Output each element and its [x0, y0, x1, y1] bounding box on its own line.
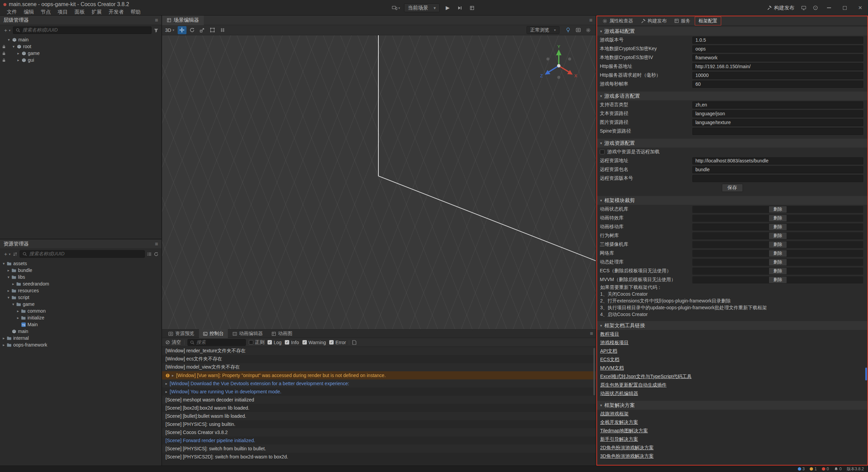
rect-tool-button[interactable]	[208, 26, 217, 34]
expand-caret-icon[interactable]: ▸	[172, 373, 174, 378]
delete-module-button[interactable]: 删除	[769, 215, 787, 222]
filter-checkbox-info[interactable]: ✓Info	[285, 340, 299, 345]
panel-menu-icon[interactable]: ≡	[155, 241, 158, 247]
clear-console-button[interactable]: 清空	[165, 339, 181, 346]
console-search-input[interactable]: 搜索	[188, 339, 246, 346]
section-header[interactable]: ▾框架解决方案	[597, 401, 867, 410]
delete-module-button[interactable]: 删除	[769, 223, 787, 231]
config-input[interactable]	[692, 101, 863, 109]
console-log-row[interactable]: ▸[Window] [Vue warn]: Property "onInput"…	[162, 371, 596, 379]
scene-selector-dropdown[interactable]: 当前场景 ▾	[404, 3, 440, 12]
config-input[interactable]	[692, 128, 863, 135]
asset-node-bundle[interactable]: ▸bundle	[0, 267, 161, 274]
expand-arrow-icon[interactable]: ▸	[16, 309, 20, 313]
tab-console[interactable]: 控制台	[199, 329, 228, 338]
menu-item[interactable]: 扩展	[88, 9, 105, 15]
delete-module-button[interactable]: 删除	[769, 259, 787, 266]
expand-arrow-icon[interactable]: ▾	[11, 44, 16, 49]
console-log-row[interactable]: [Scene] [PHYSICS]: switch from builtin t…	[162, 445, 596, 453]
expand-arrow-icon[interactable]: ▸	[6, 289, 11, 293]
expand-arrow-icon[interactable]: ▸	[16, 51, 21, 56]
delete-module-button[interactable]: 删除	[769, 250, 787, 257]
menu-item[interactable]: 文件	[3, 9, 20, 15]
expand-arrow-icon[interactable]: ▸	[6, 268, 11, 273]
add-node-button[interactable]: ＋▾	[3, 27, 11, 34]
section-header[interactable]: ▾游戏资源配置	[597, 139, 867, 148]
move-tool-button[interactable]	[178, 26, 186, 34]
hierarchy-search-input[interactable]: 搜索名称或UUID	[13, 26, 152, 34]
tab-build-publish[interactable]: 构建发布	[637, 17, 670, 25]
delete-module-button[interactable]: 删除	[769, 232, 787, 239]
menu-item[interactable]: 编辑	[20, 9, 37, 15]
notification-badge[interactable]: 0	[834, 467, 842, 471]
config-input[interactable]	[692, 166, 863, 173]
filter-checkbox-error[interactable]: ✓Error	[329, 340, 346, 345]
tab-service[interactable]: 服务	[671, 17, 694, 25]
menu-item[interactable]: 节点	[37, 9, 54, 15]
tab-animation-editor[interactable]: 动画编辑器	[229, 329, 267, 338]
remote-load-checkbox[interactable]	[600, 150, 605, 154]
doc-link[interactable]: 全栈开发解决方案	[600, 419, 638, 426]
collapse-log-icon[interactable]	[352, 340, 356, 345]
console-log-row[interactable]: [Scene] [box2d]:box2d wasm lib loaded.	[162, 404, 596, 412]
camera-settings-button[interactable]	[574, 26, 583, 34]
console-log-row[interactable]: [Scene] [bullet]:bullet wasm lib loaded.	[162, 412, 596, 420]
doc-link[interactable]: 游戏模板项目	[600, 340, 629, 346]
lighting-toggle-button[interactable]	[564, 26, 572, 34]
asset-node-internal[interactable]: ▸internal	[0, 335, 161, 341]
console-log-row[interactable]: [Window] ecs文件夹不存在	[162, 355, 596, 363]
filter-button[interactable]	[154, 28, 158, 33]
doc-link[interactable]: 教程项目	[600, 331, 619, 337]
snap-settings-button[interactable]	[218, 26, 227, 34]
console-log-row[interactable]: [Scene] Forward render pipeline initiali…	[162, 436, 596, 445]
asset-node-assets[interactable]: ▾assets	[0, 260, 161, 267]
info-count-badge[interactable]: 3	[798, 467, 805, 471]
doc-link[interactable]: Excel格式转Json文件与TypeScript代码工具	[600, 374, 692, 380]
rotate-tool-button[interactable]	[188, 26, 197, 34]
console-log-row[interactable]: [Window] model_view文件夹不存在	[162, 363, 596, 371]
step-button[interactable]	[456, 4, 464, 12]
hierarchy-node-game[interactable]: ▸game	[0, 50, 161, 57]
panel-menu-icon[interactable]: ≡	[155, 17, 158, 23]
doc-link[interactable]: 2D角色扮演游戏解决方案	[600, 445, 654, 451]
scene-gizmo-settings-button[interactable]	[584, 26, 593, 34]
build-publish-button[interactable]: 构建发布	[767, 5, 794, 11]
menu-item[interactable]: 面板	[71, 9, 88, 15]
help-icon[interactable]: ?	[813, 5, 818, 10]
console-log-row[interactable]: [Window] render_texture文件夹不存在	[162, 347, 596, 355]
preview-device-selector[interactable]: ▾	[392, 6, 400, 10]
asset-node-common[interactable]: ▸common	[0, 308, 161, 314]
panel-menu-icon[interactable]: ≡	[590, 331, 593, 337]
expand-arrow-icon[interactable]: ▾	[11, 302, 16, 307]
expand-arrow-icon[interactable]: ▸	[16, 58, 21, 62]
asset-node-seedrandom[interactable]: ▸seedrandom	[0, 280, 161, 287]
expand-caret-icon[interactable]: ▸	[165, 390, 167, 394]
error-count-badge[interactable]: 0	[822, 467, 829, 471]
expand-caret-icon[interactable]: ▸	[165, 381, 167, 386]
expand-arrow-icon[interactable]: ▸	[1, 336, 6, 340]
asset-node-libs[interactable]: ▾libs	[0, 274, 161, 280]
expand-arrow-icon[interactable]: ▾	[6, 275, 11, 279]
doc-link[interactable]: 动画状态机编辑器	[600, 391, 638, 397]
doc-link[interactable]: Tiledmap地图解决方案	[600, 428, 648, 434]
tab-property-inspector[interactable]: 属性检查器	[599, 17, 636, 25]
projection-toggle-button[interactable]: 3D▾	[165, 27, 174, 33]
filter-checkbox-warning[interactable]: ✓Warning	[302, 340, 326, 345]
expand-arrow-icon[interactable]: ▾	[6, 295, 11, 300]
view-mode-dropdown[interactable]: 正常浏览 ▾	[527, 26, 559, 34]
doc-link[interactable]: 3D角色扮演游戏解决方案	[600, 453, 654, 459]
scene-editor-tab[interactable]: 场景编辑器	[162, 16, 204, 25]
expand-arrow-icon[interactable]: ▸	[16, 316, 20, 320]
minimize-button[interactable]	[825, 3, 833, 12]
config-input[interactable]	[692, 45, 863, 53]
expand-arrow-icon[interactable]: ▸	[1, 343, 6, 347]
doc-link[interactable]: ECS文档	[600, 357, 619, 363]
filter-checkbox-log[interactable]: ✓Log	[268, 340, 281, 345]
config-input[interactable]	[692, 175, 863, 182]
hierarchy-node-main[interactable]: ▾main	[0, 36, 161, 43]
doc-link[interactable]: 原生包热更新配置自动生成插件	[600, 382, 667, 388]
maximize-button[interactable]	[840, 3, 849, 12]
menu-item[interactable]: 项目	[54, 9, 71, 15]
console-log-row[interactable]: [Scene] Cocos Creator v3.8.2	[162, 428, 596, 436]
asset-node-resources[interactable]: ▸resources	[0, 287, 161, 294]
